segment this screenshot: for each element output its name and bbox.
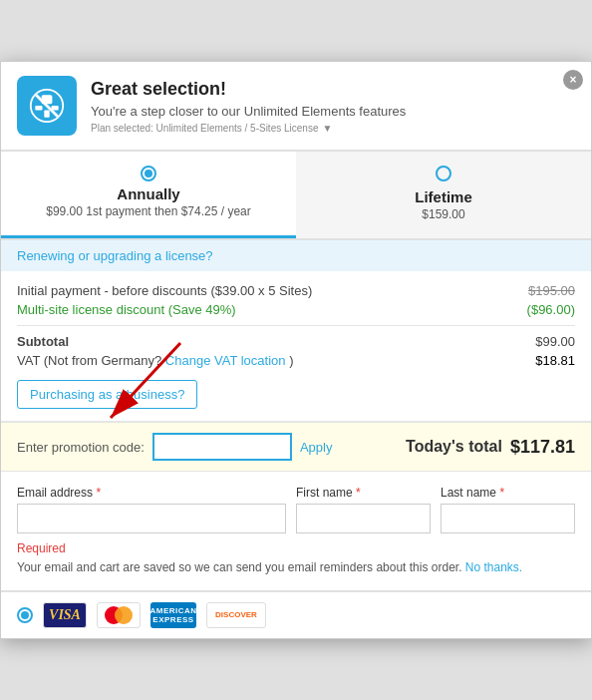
lastname-label: Last name * [441, 486, 575, 500]
svg-rect-2 [42, 95, 53, 104]
initial-label: Initial payment - before discounts ($39.… [17, 283, 312, 298]
renew-link[interactable]: Renewing or upgrading a license? [1, 240, 591, 271]
header-title: Great selection! [91, 79, 406, 100]
tab-annually[interactable]: Annually $99.00 1st payment then $74.25 … [1, 152, 296, 238]
plugin-svg [29, 88, 65, 124]
form-section: Email address * First name * Last name *… [1, 472, 591, 590]
header-subtitle: You're a step closer to our Unlimited El… [91, 104, 406, 119]
firstname-input[interactable] [296, 504, 431, 533]
discount-row: Multi-site license discount (Save 49%) (… [17, 302, 575, 317]
promo-total-row: Enter promotion code: Apply Today's tota… [1, 422, 591, 472]
vat-label: VAT (Not from Germany? [17, 353, 161, 368]
firstname-label: First name * [296, 486, 431, 500]
annually-radio [141, 166, 156, 181]
billing-tabs: Annually $99.00 1st payment then $74.25 … [1, 150, 591, 240]
svg-rect-4 [52, 106, 59, 111]
change-vat-link[interactable]: Change VAT location [165, 353, 286, 368]
discount-amount: ($96.00) [527, 302, 575, 317]
lifetime-label: Lifetime [312, 188, 575, 205]
vat-label-group: VAT (Not from Germany? Change VAT locati… [17, 353, 294, 368]
tab-lifetime[interactable]: Lifetime $159.00 [296, 152, 591, 238]
annually-label: Annually [17, 185, 280, 202]
pricing-table: Initial payment - before discounts ($39.… [1, 271, 591, 422]
plan-label: Plan selected: Unlimited Elements / 5-Si… [91, 123, 318, 134]
plugin-icon [17, 76, 77, 136]
email-required: * [96, 486, 101, 500]
close-icon: × [569, 73, 576, 87]
vat-amount: $18.81 [535, 353, 575, 368]
promo-label: Enter promotion code: [17, 440, 145, 455]
visa-logo: VISA [43, 602, 87, 628]
lifetime-radio [436, 166, 451, 181]
subtotal-amount: $99.00 [535, 334, 575, 349]
lastname-required: * [499, 486, 504, 500]
lifetime-price: $159.00 [312, 207, 575, 221]
lastname-input[interactable] [441, 504, 575, 533]
email-label: Email address * [17, 486, 286, 500]
close-button[interactable]: × [563, 70, 583, 90]
total-section: Today's total $117.81 [406, 437, 575, 458]
header-text: Great selection! You're a step closer to… [91, 79, 406, 134]
checkout-modal: × Great selection! You're a step closer … [0, 61, 592, 639]
mastercard-logo [97, 602, 141, 628]
email-group: Email address * [17, 486, 286, 533]
save-cart-text: Your email and cart are saved so we can … [17, 559, 575, 576]
vat-row: VAT (Not from Germany? Change VAT locati… [17, 353, 575, 368]
svg-rect-5 [44, 111, 49, 118]
initial-amount: $195.00 [528, 283, 575, 298]
modal-header: Great selection! You're a step closer to… [1, 62, 591, 150]
svg-rect-3 [35, 106, 42, 111]
discover-logo: DISCOVER [206, 602, 266, 628]
annually-price: $99.00 1st payment then $74.25 / year [17, 204, 280, 218]
today-total-label: Today's total [406, 438, 502, 456]
vat-close: ) [289, 353, 293, 368]
plan-select[interactable]: Plan selected: Unlimited Elements / 5-Si… [91, 123, 406, 134]
promo-input[interactable] [152, 433, 292, 461]
payment-row: VISA AMERICAN EXPRESS DISCOVER [1, 590, 591, 638]
chevron-down-icon: ▼ [322, 123, 332, 134]
today-total-amount: $117.81 [510, 437, 575, 458]
form-row: Email address * First name * Last name * [17, 486, 575, 533]
apply-button[interactable]: Apply [300, 440, 333, 455]
business-button[interactable]: Purchasing as a business? [17, 380, 197, 409]
credit-card-radio[interactable] [17, 607, 33, 623]
initial-payment-row: Initial payment - before discounts ($39.… [17, 283, 575, 298]
firstname-required: * [356, 486, 361, 500]
email-input[interactable] [17, 504, 286, 533]
subtotal-label: Subtotal [17, 334, 69, 349]
amex-logo: AMERICAN EXPRESS [150, 602, 196, 628]
subtotal-row: Subtotal $99.00 [17, 334, 575, 349]
required-text: Required [17, 541, 575, 555]
discount-label: Multi-site license discount (Save 49%) [17, 302, 236, 317]
firstname-group: First name * [296, 486, 431, 533]
no-thanks-link[interactable]: No thanks. [465, 560, 522, 574]
lastname-group: Last name * [441, 486, 575, 533]
